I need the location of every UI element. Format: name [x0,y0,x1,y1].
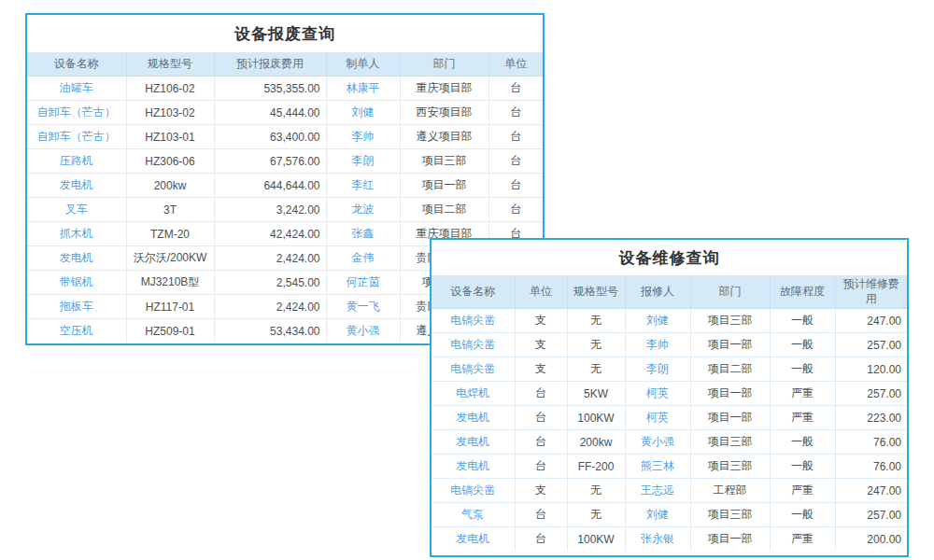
person-name-link[interactable]: 金伟 [326,246,400,271]
table-cell: 项目三部 [690,503,770,527]
device-name-link[interactable]: 发电机 [432,527,515,552]
device-name-link[interactable]: 空压机 [27,319,126,343]
device-name-link[interactable]: 电镐尖凿 [432,479,515,503]
person-name-link[interactable]: 林康平 [326,77,400,101]
device-name-link[interactable]: 自卸车（芒古） [27,125,126,149]
header-cell: 单位 [515,275,567,309]
header-cell: 规格型号 [126,52,214,77]
table-row: 油罐车HZ106-02535,355.00林康平重庆项目部台 [27,77,543,101]
table-cell: 支 [515,309,567,333]
device-name-link[interactable]: 发电机 [432,430,515,455]
table-cell: 2,424.00 [214,295,326,319]
table-cell: MJ3210B型 [126,271,214,295]
device-name-link[interactable]: 气泵 [432,503,515,527]
table-cell: 200kw [567,430,625,455]
table-cell: 257.00 [835,382,907,406]
table-row: 发电机台100KW柯英项目一部严重223.00 [432,406,907,430]
table-cell: TZM-20 [126,222,214,246]
person-name-link[interactable]: 刘健 [326,101,400,125]
table-cell: 台 [515,527,567,552]
person-name-link[interactable]: 李朗 [625,357,690,382]
person-name-link[interactable]: 龙波 [326,198,400,222]
device-name-link[interactable]: 发电机 [432,406,515,430]
device-name-link[interactable]: 抓木机 [27,222,126,246]
table-cell: 200kw [126,174,214,198]
table-cell: 535,355.00 [214,77,326,101]
table-row: 发电机台FF-200熊三林项目三部一般76.00 [432,455,907,479]
person-name-link[interactable]: 李红 [326,174,400,198]
table-cell: 无 [567,309,625,333]
table-row: 发电机200kw644,644.00李红项目一部台 [27,174,543,198]
header-cell: 规格型号 [567,275,625,309]
header-cell: 报修人 [625,275,690,309]
repair-table: 设备名称单位规格型号报修人部门故障程度预计维修费用 电镐尖凿支无刘健项目三部一般… [432,275,907,551]
device-name-link[interactable]: 电镐尖凿 [432,357,515,382]
table-cell: 项目三部 [690,309,770,333]
table-cell: 支 [515,333,567,357]
person-name-link[interactable]: 何芷茵 [326,271,400,295]
header-cell: 部门 [690,275,770,309]
device-name-link[interactable]: 带锯机 [27,271,126,295]
header-cell: 部门 [400,52,488,77]
device-name-link[interactable]: 发电机 [432,455,515,479]
table-cell: 100KW [567,406,625,430]
table-cell: 200.00 [835,527,907,552]
person-name-link[interactable]: 张永银 [625,527,690,552]
device-name-link[interactable]: 压路机 [27,149,126,174]
device-name-link[interactable]: 发电机 [27,174,126,198]
table-cell: 项目三部 [400,149,488,174]
table-cell: 无 [567,357,625,382]
header-cell: 设备名称 [27,52,126,77]
table-cell: 西安项目部 [400,101,488,125]
table-cell: 一般 [770,455,835,479]
person-name-link[interactable]: 黄一飞 [326,295,400,319]
person-name-link[interactable]: 柯英 [625,382,690,406]
table-cell: 42,424.00 [214,222,326,246]
person-name-link[interactable]: 王志远 [625,479,690,503]
person-name-link[interactable]: 熊三林 [625,455,690,479]
header-row: 设备名称单位规格型号报修人部门故障程度预计维修费用 [432,275,907,309]
table-cell: 一般 [770,430,835,455]
table-cell: HZ306-06 [126,149,214,174]
table-cell: 257.00 [835,333,907,357]
table-cell: 支 [515,357,567,382]
person-name-link[interactable]: 黄小强 [625,430,690,455]
table-cell: 严重 [770,479,835,503]
person-name-link[interactable]: 刘健 [625,503,690,527]
table-cell: 台 [488,101,543,125]
person-name-link[interactable]: 李朗 [326,149,400,174]
table-cell: 严重 [770,382,835,406]
table-cell: 76.00 [835,430,907,455]
table-cell: 247.00 [835,309,907,333]
device-name-link[interactable]: 发电机 [27,246,126,271]
table-cell: 遵义项目部 [400,125,488,149]
person-name-link[interactable]: 柯英 [625,406,690,430]
device-name-link[interactable]: 拖板车 [27,295,126,319]
device-name-link[interactable]: 电焊机 [432,382,515,406]
table-cell: HZ103-01 [126,125,214,149]
table-cell: 2,545.00 [214,271,326,295]
person-name-link[interactable]: 李帅 [326,125,400,149]
person-name-link[interactable]: 刘健 [625,309,690,333]
device-name-link[interactable]: 自卸车（芒古） [27,101,126,125]
table-cell: 项目三部 [690,455,770,479]
table-cell: 644,644.00 [214,174,326,198]
table-cell: 67,576.00 [214,149,326,174]
header-cell: 单位 [488,52,543,77]
table-cell: 无 [567,503,625,527]
device-name-link[interactable]: 电镐尖凿 [432,333,515,357]
table-cell: HZ117-01 [126,295,214,319]
table-row: 电镐尖凿支无李朗项目二部一般120.00 [432,357,907,382]
table-row: 电镐尖凿支无王志远工程部严重247.00 [432,479,907,503]
table-row: 电镐尖凿支无刘健项目三部一般247.00 [432,309,907,333]
device-name-link[interactable]: 油罐车 [27,77,126,101]
device-name-link[interactable]: 叉车 [27,198,126,222]
device-name-link[interactable]: 电镐尖凿 [432,309,515,333]
table-cell: 台 [515,455,567,479]
table-cell: 63,400.00 [214,125,326,149]
person-name-link[interactable]: 黄小强 [326,319,400,343]
person-name-link[interactable]: 李帅 [625,333,690,357]
table-row: 气泵台无刘健项目三部一般257.00 [432,503,907,527]
person-name-link[interactable]: 张鑫 [326,222,400,246]
scrap-table-header: 设备名称规格型号预计报废费用制单人部门单位 [27,52,543,77]
